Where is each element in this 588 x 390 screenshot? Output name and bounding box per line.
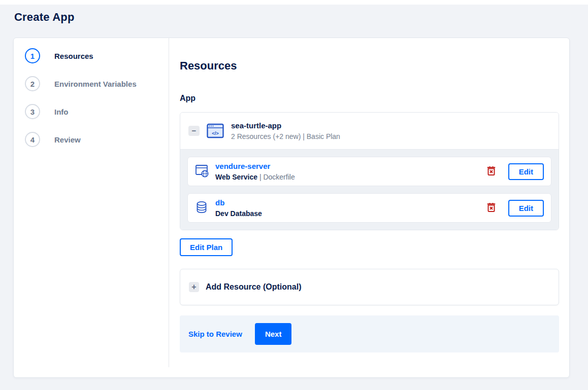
- resource-text: vendure-server Web Service | Dockerfile: [215, 162, 487, 181]
- step-review[interactable]: 4 Review: [25, 132, 169, 147]
- add-resource-section[interactable]: + Add Resource (Optional): [180, 269, 559, 305]
- step-number-badge: 3: [25, 104, 40, 119]
- step-info[interactable]: 3 Info: [25, 104, 169, 119]
- app-window-code-icon: </>: [207, 123, 224, 138]
- collapse-button[interactable]: −: [188, 126, 200, 136]
- resource-row-db: db Dev Database: [187, 193, 551, 223]
- resource-subtitle: Web Service | Dockerfile: [215, 173, 487, 181]
- resources-heading: Resources: [180, 59, 559, 73]
- step-label: Review: [54, 135, 81, 144]
- minus-icon: −: [192, 126, 197, 135]
- edit-resource-button[interactable]: Edit: [508, 163, 544, 180]
- edit-plan-button[interactable]: Edit Plan: [180, 238, 233, 256]
- trash-icon: [487, 202, 496, 214]
- skip-to-review-link[interactable]: Skip to Review: [188, 330, 242, 338]
- resource-subtitle: Dev Database: [215, 209, 487, 218]
- step-label: Resources: [54, 52, 93, 60]
- svg-text:</>: </>: [212, 130, 219, 136]
- step-label: Info: [54, 108, 69, 116]
- delete-resource-button[interactable]: [487, 202, 496, 214]
- plus-icon: +: [189, 282, 199, 292]
- step-resources[interactable]: 1 Resources: [25, 48, 169, 63]
- resource-row-vendure-server: vendure-server Web Service | Dockerfile: [187, 157, 551, 186]
- wizard-steps: 1 Resources 2 Environment Variables 3 In…: [14, 38, 169, 367]
- web-service-icon: [195, 164, 210, 179]
- app-summary: 2 Resources (+2 new) | Basic Plan: [231, 132, 340, 140]
- database-icon: [195, 200, 210, 216]
- page-title: Create App: [14, 11, 588, 24]
- resource-type: Dev Database: [215, 209, 262, 218]
- resource-type: Web Service: [215, 173, 257, 181]
- trash-icon: [487, 166, 496, 177]
- app-section-label: App: [180, 94, 559, 103]
- app-group-card: − </> sea-turtle-app 2 Resources (+2 new…: [180, 112, 559, 230]
- wizard-footer: Skip to Review Next: [180, 315, 559, 352]
- step-number-badge: 2: [25, 76, 40, 91]
- app-group-text: sea-turtle-app 2 Resources (+2 new) | Ba…: [231, 121, 340, 140]
- step-number-badge: 1: [25, 48, 40, 63]
- step-label: Environment Variables: [54, 80, 137, 88]
- app-name: sea-turtle-app: [231, 121, 340, 130]
- resource-name-link[interactable]: db: [215, 198, 224, 207]
- edit-resource-button[interactable]: Edit: [508, 200, 544, 217]
- resource-text: db Dev Database: [215, 198, 487, 218]
- top-strip: [0, 0, 588, 5]
- resource-detail: Dockerfile: [263, 173, 295, 181]
- step-number-badge: 4: [25, 132, 40, 147]
- app-group-header: − </> sea-turtle-app 2 Resources (+2 new…: [180, 113, 559, 149]
- app-group-body: vendure-server Web Service | Dockerfile: [180, 149, 559, 230]
- step-environment-variables[interactable]: 2 Environment Variables: [25, 76, 169, 91]
- create-app-card: 1 Resources 2 Environment Variables 3 In…: [13, 38, 570, 378]
- delete-resource-button[interactable]: [487, 166, 496, 177]
- next-button[interactable]: Next: [255, 323, 292, 345]
- resource-name-link[interactable]: vendure-server: [215, 162, 270, 170]
- resource-separator: |: [259, 173, 262, 181]
- step-content: Resources App − </>: [169, 38, 569, 377]
- add-resource-label: Add Resource (Optional): [206, 282, 301, 292]
